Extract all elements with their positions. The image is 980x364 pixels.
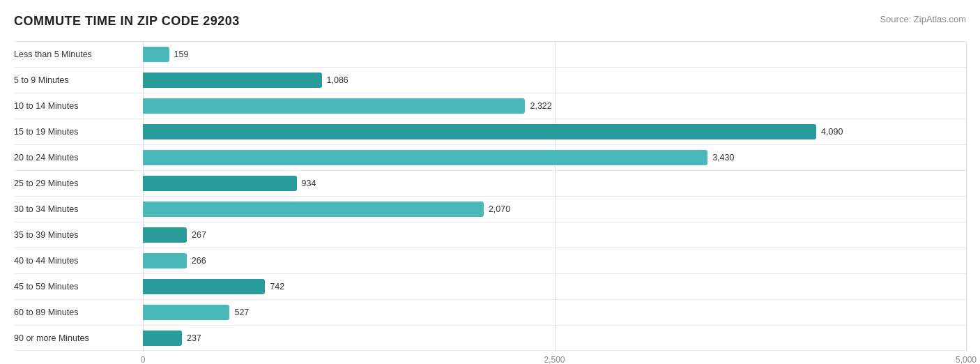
bar-row: 40 to 44 Minutes266 — [14, 248, 966, 273]
bar-container: 934 — [143, 171, 966, 196]
bar-value: 527 — [234, 308, 249, 317]
bar-value: 2,322 — [530, 101, 551, 111]
bar-label: Less than 5 Minutes — [14, 50, 143, 59]
x-axis-tick: 5,000 — [956, 355, 977, 364]
bar-value: 1,086 — [327, 75, 349, 85]
bar-value: 4,090 — [821, 127, 843, 137]
bar-container: 159 — [143, 42, 966, 67]
bar-row: 30 to 34 Minutes2,070 — [14, 196, 966, 222]
bar-label: 15 to 19 Minutes — [14, 127, 143, 137]
bar-row: 10 to 14 Minutes2,322 — [14, 93, 966, 119]
grid-line — [966, 41, 967, 351]
bar-row: 45 to 59 Minutes742 — [14, 273, 966, 299]
bar-label: 90 or more Minutes — [14, 333, 143, 343]
bar-row: 15 to 19 Minutes4,090 — [14, 119, 966, 144]
bar-row: 25 to 29 Minutes934 — [14, 170, 966, 196]
bar-row: 20 to 24 Minutes3,430 — [14, 144, 966, 170]
bar-value: 267 — [192, 230, 206, 240]
bar-label: 5 to 9 Minutes — [14, 75, 143, 85]
bar: 934 — [143, 176, 297, 191]
bar-value: 237 — [187, 333, 201, 343]
bar-label: 20 to 24 Minutes — [14, 153, 143, 162]
bar: 2,070 — [143, 202, 484, 217]
bar-row: 5 to 9 Minutes1,086 — [14, 67, 966, 93]
bar-row: Less than 5 Minutes159 — [14, 41, 966, 67]
bar-value: 159 — [174, 50, 189, 59]
bar-row: 60 to 89 Minutes527 — [14, 299, 966, 325]
bar-row: 90 or more Minutes237 — [14, 325, 966, 351]
bar-label: 40 to 44 Minutes — [14, 256, 143, 266]
bar-container: 237 — [143, 326, 966, 350]
bar: 1,086 — [143, 73, 322, 88]
bar-container: 267 — [143, 222, 966, 248]
bar-label: 60 to 89 Minutes — [14, 308, 143, 317]
chart-title: COMMUTE TIME IN ZIP CODE 29203 — [14, 14, 240, 29]
bar-container: 4,090 — [143, 119, 966, 144]
x-axis-tick: 2,500 — [544, 355, 565, 364]
bar-label: 10 to 14 Minutes — [14, 101, 143, 111]
bar: 2,322 — [143, 98, 525, 114]
bar-row: 35 to 39 Minutes267 — [14, 222, 966, 248]
x-axis-tick: 0 — [141, 355, 146, 364]
bar-value: 742 — [270, 282, 284, 291]
bar-container: 3,430 — [143, 145, 966, 170]
bar-label: 35 to 39 Minutes — [14, 230, 143, 240]
bar: 4,090 — [143, 124, 816, 139]
bar: 266 — [143, 253, 187, 268]
bar-container: 742 — [143, 274, 966, 299]
bar-label: 25 to 29 Minutes — [14, 179, 143, 188]
bar: 527 — [143, 305, 229, 320]
bar: 159 — [143, 47, 169, 62]
bar-value: 266 — [192, 256, 206, 266]
bar-container: 2,322 — [143, 93, 966, 119]
bar-container: 2,070 — [143, 197, 966, 222]
bar: 742 — [143, 279, 265, 294]
bar-container: 1,086 — [143, 68, 966, 93]
bar-container: 266 — [143, 248, 966, 273]
source-text: Source: ZipAtlas.com — [880, 14, 966, 24]
bar-value: 3,430 — [712, 153, 734, 162]
bar-label: 45 to 59 Minutes — [14, 282, 143, 291]
bar: 237 — [143, 331, 182, 346]
bar-label: 30 to 34 Minutes — [14, 204, 143, 214]
bar-value: 934 — [302, 179, 316, 188]
bar: 267 — [143, 227, 187, 243]
bar-container: 527 — [143, 300, 966, 325]
bar: 3,430 — [143, 150, 707, 165]
chart-area: Less than 5 Minutes1595 to 9 Minutes1,08… — [14, 41, 966, 364]
bar-value: 2,070 — [489, 204, 510, 214]
